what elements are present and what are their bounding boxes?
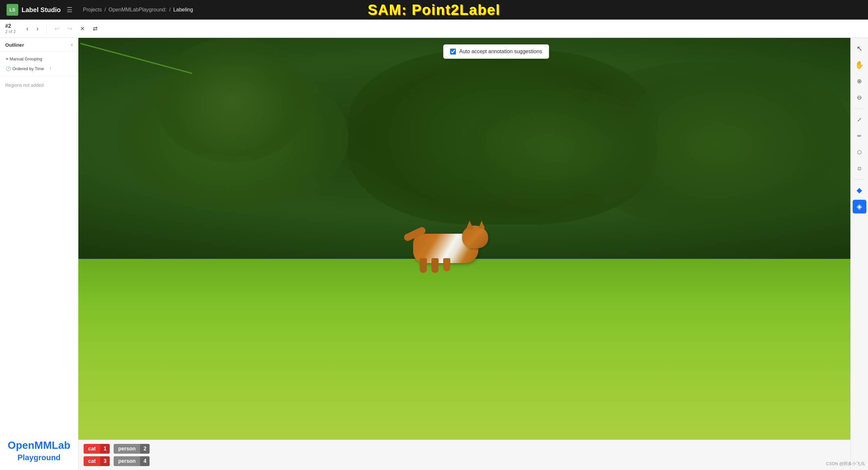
zoom-out-button[interactable]: ⊖ bbox=[852, 91, 866, 104]
group-icon: ≡ bbox=[6, 57, 8, 61]
sync-button[interactable]: ⇄ bbox=[90, 23, 100, 34]
cancel-button[interactable]: ✕ bbox=[78, 23, 88, 34]
undo-button[interactable]: ↩ bbox=[52, 23, 62, 34]
task-number: #2 bbox=[5, 23, 15, 29]
sort-by-button[interactable]: 🕐 Ordered by Time bbox=[4, 65, 46, 72]
canvas-area: Auto accept annotation suggestions cat 1… bbox=[79, 38, 850, 470]
fit-screen-button[interactable]: ⤢ bbox=[852, 112, 866, 126]
openmmlab-logo: OpenMMLab bbox=[5, 440, 73, 451]
task-sub: 2 of 2 bbox=[5, 29, 16, 34]
label-cat-1[interactable]: cat 1 bbox=[84, 444, 110, 454]
group-label: Manual Grouping bbox=[10, 57, 42, 61]
bottom-bar: cat 1 person 2 cat 3 person 4 bbox=[79, 440, 850, 470]
scene-background: Auto accept annotation suggestions bbox=[79, 38, 850, 440]
crop-tool-button[interactable]: ⊡ bbox=[852, 162, 866, 175]
sidebar: Outliner ‹ ≡ Manual Grouping 🕐 Ordered b… bbox=[0, 38, 79, 470]
logo-icon: LS bbox=[6, 4, 18, 16]
cat-count-2: 3 bbox=[100, 456, 110, 466]
toolbar-separator bbox=[46, 24, 47, 33]
breadcrumb-sep2: / bbox=[169, 7, 170, 13]
sort-icon: 🕐 bbox=[6, 66, 11, 71]
hamburger-icon[interactable]: ☰ bbox=[67, 6, 72, 14]
right-toolbar: ↖ ✋ ⊕ ⊖ ⤢ ✏ ⬡ ⊡ ◆ ◈ bbox=[850, 38, 868, 470]
person-label-1: person bbox=[114, 444, 140, 454]
cat-figure bbox=[403, 221, 495, 273]
hand-tool-button[interactable]: ✋ bbox=[852, 58, 866, 72]
cat-label-1: cat bbox=[84, 444, 100, 454]
cat-label-2: cat bbox=[84, 456, 100, 466]
playground-label: Playground bbox=[5, 453, 73, 462]
person-count-1: 2 bbox=[140, 444, 150, 454]
person-count-2: 4 bbox=[140, 456, 150, 466]
group-by-button[interactable]: ≡ Manual Grouping bbox=[4, 55, 44, 63]
toolbar: #2 2 of 2 ‹ › ↩ ↪ ✕ ⇄ bbox=[0, 20, 868, 38]
main-layout: Outliner ‹ ≡ Manual Grouping 🕐 Ordered b… bbox=[0, 38, 868, 470]
watermark: CSDN @阿多小飞鸟 bbox=[826, 461, 865, 467]
breadcrumb-playground[interactable]: OpenMMLabPlayground: bbox=[108, 7, 166, 13]
outliner-title: Outliner bbox=[5, 42, 24, 48]
nav-prev-button[interactable]: ‹ bbox=[24, 24, 31, 34]
auto-accept-checkbox[interactable] bbox=[450, 48, 456, 55]
regions-empty-message: Regions not added bbox=[0, 76, 78, 94]
cat-count-1: 1 bbox=[100, 444, 110, 454]
right-toolbar-separator-2 bbox=[854, 179, 865, 179]
right-toolbar-separator-1 bbox=[854, 108, 865, 109]
polygon-tool-button[interactable]: ⬡ bbox=[852, 145, 866, 159]
brush-tool-button[interactable]: ✏ bbox=[852, 129, 866, 143]
logo-area: LS Label Studio ☰ bbox=[6, 4, 72, 16]
sidebar-logo: OpenMMLab Playground bbox=[0, 432, 78, 470]
label-row-2: cat 3 person 4 bbox=[84, 456, 845, 466]
label-person-2[interactable]: person 4 bbox=[114, 456, 150, 466]
sort-label: Ordered by Time bbox=[12, 66, 44, 71]
breadcrumb-projects[interactable]: Projects bbox=[83, 7, 102, 13]
app-name: Label Studio bbox=[22, 6, 61, 14]
person-label-2: person bbox=[114, 456, 140, 466]
outliner-controls: ≡ Manual Grouping 🕐 Ordered by Time ↑ bbox=[0, 52, 78, 76]
breadcrumb: Projects / OpenMMLabPlayground: / Labeli… bbox=[83, 7, 193, 13]
zoom-in-button[interactable]: ⊕ bbox=[852, 74, 866, 88]
label-row-1: cat 1 person 2 bbox=[84, 444, 845, 454]
auto-accept-label: Auto accept annotation suggestions bbox=[459, 48, 542, 55]
label-cat-2[interactable]: cat 3 bbox=[84, 456, 110, 466]
sort-asc-button[interactable]: ↑ bbox=[48, 65, 53, 72]
color-tool-2-button[interactable]: ◈ bbox=[852, 200, 866, 213]
auto-accept-box: Auto accept annotation suggestions bbox=[443, 44, 549, 59]
collapse-button[interactable]: ‹ bbox=[71, 42, 73, 48]
redo-button[interactable]: ↪ bbox=[65, 23, 75, 34]
outliner-header: Outliner ‹ bbox=[0, 38, 78, 52]
nav-next-button[interactable]: › bbox=[34, 24, 41, 34]
app-header: LS Label Studio ☰ Projects / OpenMMLabPl… bbox=[0, 0, 868, 20]
task-info: #2 2 of 2 bbox=[5, 23, 16, 34]
color-tool-1-button[interactable]: ◆ bbox=[852, 183, 866, 197]
label-person-1[interactable]: person 2 bbox=[114, 444, 150, 454]
breadcrumb-current: Labeling bbox=[174, 7, 193, 13]
grass-area bbox=[79, 259, 850, 440]
image-container[interactable]: Auto accept annotation suggestions bbox=[79, 38, 850, 440]
page-title: SAM: Point2Label bbox=[368, 2, 500, 18]
pointer-tool-button[interactable]: ↖ bbox=[852, 42, 866, 56]
breadcrumb-sep1: / bbox=[104, 7, 106, 13]
